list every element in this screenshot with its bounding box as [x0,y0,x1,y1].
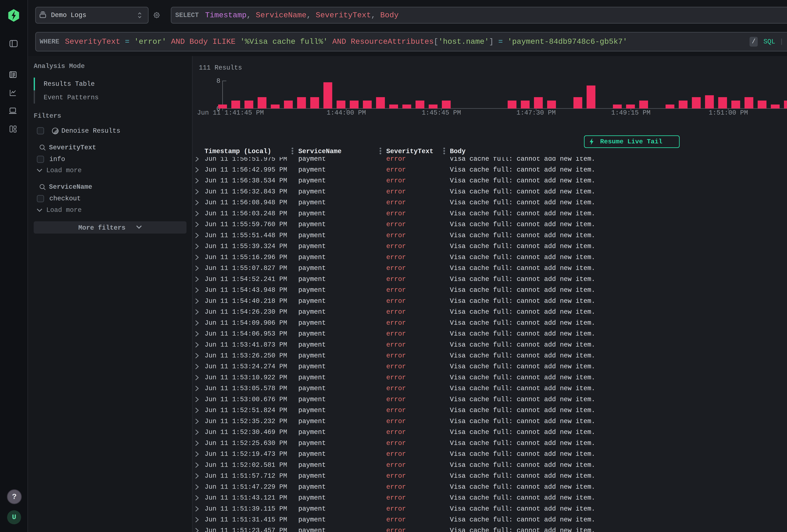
svg-text:1:47:30 PM: 1:47:30 PM [516,109,556,116]
svg-text:1:49:15 PM: 1:49:15 PM [611,109,651,116]
svg-text:Jun 11 1:41:45 PM: Jun 11 1:41:45 PM [197,109,264,116]
svg-text:8: 8 [216,77,220,85]
svg-text:1:44:00 PM: 1:44:00 PM [326,109,366,116]
svg-text:1:45:45 PM: 1:45:45 PM [422,109,461,116]
svg-text:1:51:00 PM: 1:51:00 PM [709,109,748,116]
